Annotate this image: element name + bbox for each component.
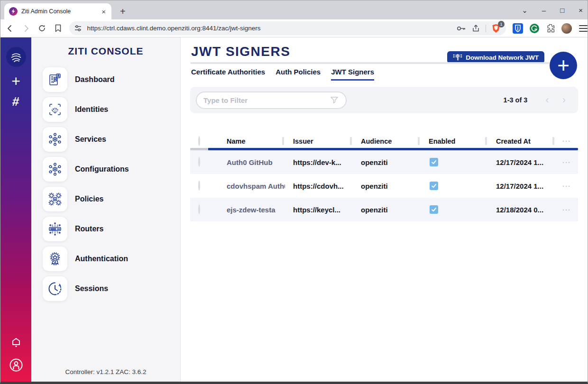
page-title: JWT SIGNERS [191, 44, 290, 59]
sidebar-item-label: Configurations [75, 165, 129, 174]
dashboard-icon [43, 67, 67, 92]
cell-audience: openziti [353, 182, 421, 190]
cell-audience: openziti [353, 158, 421, 166]
rail-add-button[interactable]: + [11, 73, 20, 89]
sidebar-item-label: Services [75, 135, 106, 144]
column-header-created-at[interactable]: Created At [488, 134, 555, 148]
sidebar-item-policies[interactable]: Policies [31, 184, 180, 214]
row-select-radio[interactable] [198, 181, 200, 191]
site-settings-icon[interactable] [74, 25, 82, 32]
download-button-label: Download Network JWT [466, 54, 539, 61]
side-rail: + # [0, 37, 31, 382]
enabled-checkbox[interactable] [430, 205, 438, 214]
sidebar-item-services[interactable]: Services [31, 124, 180, 154]
tab-jwt-signers[interactable]: JWT Signers [331, 68, 374, 81]
browser-tabstrip: Ziti Admin Console × + ⌄ – □ × [0, 0, 588, 19]
forward-icon[interactable] [19, 25, 33, 32]
column-header-name[interactable]: Name [219, 134, 285, 148]
section-tabs: Certificate Authorities Auth Policies JW… [191, 68, 374, 81]
row-menu-icon[interactable]: ··· [555, 158, 578, 166]
table-header: Name Issuer Audience Enabled Created At … [190, 134, 578, 148]
cell-name[interactable]: ejs-zdew-testa [219, 206, 285, 214]
add-jwt-signer-button[interactable]: + [550, 52, 577, 79]
tab-title: Ziti Admin Console [21, 8, 97, 15]
tab-auth-policies[interactable]: Auth Policies [276, 68, 321, 81]
table-row[interactable]: cdovhspam Auth0 https://cdovh... openzit… [190, 174, 578, 198]
maximize-button[interactable]: □ [560, 7, 564, 14]
cell-created-at: 12/17/2024 1... [488, 158, 555, 166]
rail-profile-icon[interactable] [9, 358, 23, 372]
gears-icon [43, 187, 67, 211]
sidebar-item-identities[interactable]: Identities [31, 94, 180, 124]
cell-issuer: https://cdovh... [285, 182, 353, 190]
ziti-logo-icon[interactable] [6, 47, 26, 67]
browser-window: Ziti Admin Console × + ⌄ – □ × https:// [0, 0, 588, 384]
toolbar-divider [486, 25, 486, 32]
tab-search-icon[interactable]: ⌄ [522, 7, 528, 14]
profile-avatar[interactable] [561, 23, 572, 34]
select-all-radio[interactable] [198, 136, 200, 146]
browser-menu-icon[interactable] [579, 25, 588, 32]
grammarly-extension-icon[interactable] [529, 23, 540, 34]
tab-certificate-authorities[interactable]: Certificate Authorities [191, 68, 265, 81]
sidebar-item-label: Identities [75, 105, 108, 114]
url-text[interactable]: https://ctrl.cdaws.clint.demo.openziti.o… [87, 25, 452, 32]
enabled-checkbox[interactable] [430, 182, 438, 190]
back-icon[interactable] [3, 25, 17, 32]
table-row[interactable]: ejs-zdew-testa https://keycl... openziti… [190, 198, 578, 221]
prev-page-icon[interactable]: ‹ [545, 95, 549, 105]
console-title: ZITI CONSOLE [31, 46, 180, 57]
cell-issuer: https://keycl... [285, 206, 353, 214]
brave-shield-icon[interactable]: 1 [492, 24, 501, 33]
page-count: 1-3 of 3 [504, 96, 528, 104]
main-content: JWT SIGNERS Download Network JWT + Certi… [181, 37, 588, 382]
extensions-puzzle-icon[interactable] [546, 24, 555, 33]
fingerprint-icon [43, 97, 67, 122]
sidebar-item-sessions[interactable]: Sessions [31, 274, 180, 303]
network-icon [43, 127, 67, 152]
clock-icon [43, 276, 67, 301]
close-window-button[interactable]: × [579, 7, 583, 14]
cell-name[interactable]: cdovhspam Auth0 [219, 182, 285, 190]
password-key-icon[interactable] [457, 26, 466, 31]
enabled-checkbox[interactable] [430, 158, 438, 166]
rail-hash-button[interactable]: # [12, 95, 20, 108]
filter-funnel-icon[interactable] [330, 95, 339, 105]
url-bar[interactable]: https://ctrl.cdaws.clint.demo.openziti.o… [69, 21, 506, 35]
column-menu-icon[interactable]: ··· [555, 137, 578, 145]
tab-close-icon[interactable]: × [101, 8, 107, 16]
filter-bar: 1-3 of 3 ‹ › [190, 87, 578, 113]
sidebar-item-routers[interactable]: Routers [31, 214, 180, 244]
minimize-button[interactable]: – [542, 7, 546, 14]
row-menu-icon[interactable]: ··· [555, 206, 578, 214]
row-select-radio[interactable] [198, 204, 200, 214]
browser-tab[interactable]: Ziti Admin Console × [4, 3, 111, 19]
sidebar-item-dashboard[interactable]: Dashboard [31, 64, 180, 94]
filter-input[interactable] [203, 96, 330, 104]
network-icon [43, 157, 67, 182]
sidebar-item-label: Dashboard [75, 75, 115, 84]
jwt-key-icon [453, 54, 462, 61]
bookmark-icon[interactable] [52, 24, 65, 32]
bitwarden-extension-icon[interactable] [513, 23, 523, 34]
next-page-icon[interactable]: › [562, 95, 566, 105]
version-footer: Controller: v1.2.1 ZAC: 3.6.2 [31, 368, 180, 375]
jwt-signers-table: Name Issuer Audience Enabled Created At … [190, 134, 578, 221]
sidebar-item-label: Policies [75, 195, 103, 203]
sidebar-item-label: Authentication [75, 255, 128, 263]
notifications-bell-icon[interactable] [10, 337, 22, 349]
share-icon[interactable] [472, 24, 480, 32]
cell-created-at: 12/18/2024 0... [488, 206, 555, 214]
column-header-audience[interactable]: Audience [353, 134, 421, 148]
sidebar-item-label: Sessions [75, 284, 108, 293]
cell-name[interactable]: Auth0 GitHub [219, 158, 285, 166]
new-tab-button[interactable]: + [120, 7, 126, 16]
column-header-issuer[interactable]: Issuer [285, 134, 353, 148]
column-header-enabled[interactable]: Enabled [421, 134, 488, 148]
sidebar-item-configurations[interactable]: Configurations [31, 154, 180, 184]
sidebar-item-authentication[interactable]: Authentication [31, 244, 180, 274]
row-menu-icon[interactable]: ··· [555, 182, 578, 190]
table-row[interactable]: Auth0 GitHub https://dev-k... openziti 1… [190, 150, 578, 174]
refresh-icon[interactable] [36, 24, 49, 32]
row-select-radio[interactable] [198, 157, 200, 167]
